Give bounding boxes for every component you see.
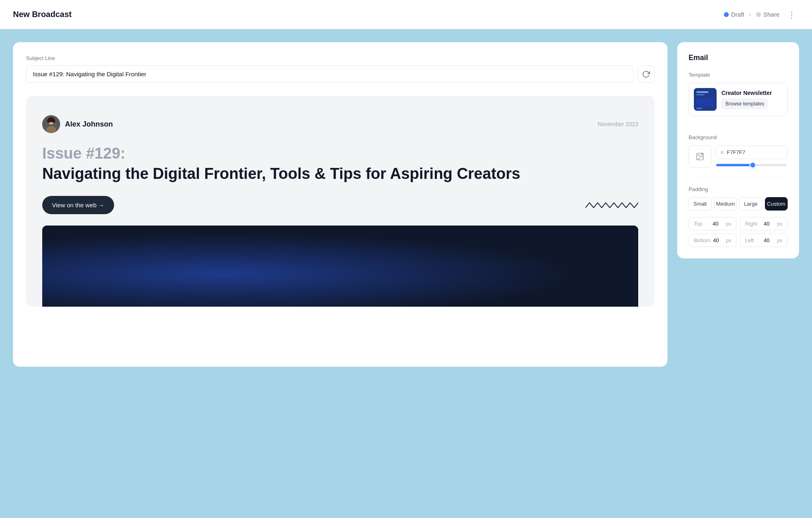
email-title-gray: Issue #129: <box>42 144 638 163</box>
bg-right-controls: # F7F7F7 <box>715 146 788 168</box>
refresh-subject-button[interactable] <box>637 66 654 83</box>
template-card: Creator Newsletter Browse templates <box>689 83 788 116</box>
padding-top-field: Top 40 px <box>689 217 736 230</box>
share-label: Share <box>763 11 780 18</box>
subject-line-label: Subject Line <box>26 55 654 61</box>
breadcrumb-chevron-icon: › <box>749 11 751 18</box>
svg-rect-27 <box>696 94 704 95</box>
padding-bottom-field: Bottom 40 px <box>689 234 736 247</box>
padding-bottom-label: Bottom <box>694 237 710 243</box>
email-header: Alex Johnson November 2023 <box>42 115 638 133</box>
svg-point-5 <box>47 119 50 123</box>
padding-medium-button[interactable]: Medium <box>714 197 737 211</box>
right-panel: Email Template Creator Newsletter Browse… <box>677 42 799 258</box>
template-name: Creator Newsletter <box>721 90 782 96</box>
email-title-black: Navigating the Digital Frontier, Tools &… <box>42 165 638 183</box>
opacity-slider-thumb[interactable] <box>749 162 756 168</box>
email-date: November 2023 <box>598 121 638 127</box>
view-on-web-button[interactable]: View on the web → <box>42 196 114 214</box>
padding-right-field: Right 40 px <box>740 217 788 230</box>
padding-left-field: Left 40 px <box>740 234 788 247</box>
more-options-button[interactable]: ⋮ <box>784 8 799 21</box>
padding-left-unit: px <box>777 238 782 243</box>
color-input-row[interactable]: # F7F7F7 <box>715 146 788 159</box>
divider-1 <box>689 126 788 126</box>
svg-rect-28 <box>696 98 714 106</box>
subject-line-row <box>26 65 654 83</box>
subject-input[interactable] <box>26 65 633 83</box>
padding-large-button[interactable]: Large <box>739 197 762 211</box>
page-title: New Broadcast <box>13 10 72 19</box>
draft-status: Draft <box>724 11 745 18</box>
padding-top-label: Top <box>694 221 710 227</box>
background-section: Background # F7F7F7 <box>689 134 788 168</box>
padding-bottom-unit: px <box>726 238 731 243</box>
padding-top-right-row: Top 40 px Right 40 px <box>689 217 788 230</box>
left-panel: Subject Line <box>13 42 667 367</box>
padding-small-button[interactable]: Small <box>689 197 712 211</box>
template-thumb-image <box>694 88 717 111</box>
refresh-icon <box>642 70 650 78</box>
svg-point-31 <box>698 155 699 156</box>
avatar <box>42 115 60 133</box>
author-name: Alex Johnson <box>65 120 113 129</box>
template-section-label: Template <box>689 72 788 78</box>
padding-fields: Top 40 px Right 40 px Bottom 40 px <box>689 217 788 247</box>
padding-section: Padding Small Medium Large Custom Top 40… <box>689 186 788 247</box>
svg-point-6 <box>52 119 55 123</box>
background-color-value: F7F7F7 <box>727 149 745 155</box>
main-content: Subject Line <box>0 29 812 518</box>
bg-controls: # F7F7F7 <box>689 145 788 168</box>
background-section-label: Background <box>689 134 788 140</box>
email-hero-image <box>42 226 638 307</box>
svg-rect-26 <box>696 91 708 93</box>
padding-top-unit: px <box>726 221 731 227</box>
avatar-image <box>42 115 60 133</box>
divider-2 <box>689 178 788 178</box>
padding-bottom-left-row: Bottom 40 px Left 40 px <box>689 234 788 247</box>
hash-symbol: # <box>721 149 723 155</box>
padding-custom-button[interactable]: Custom <box>765 197 788 211</box>
draft-dot <box>724 12 729 17</box>
padding-top-value: 40 <box>713 221 718 227</box>
draft-label: Draft <box>731 11 745 18</box>
share-dot <box>756 12 761 17</box>
zigzag-decoration <box>585 200 638 210</box>
padding-left-value: 40 <box>764 237 769 243</box>
browse-templates-button[interactable]: Browse templates <box>721 99 768 109</box>
slider-container <box>715 162 788 168</box>
share-status: Share <box>756 11 780 18</box>
title-bar: New Broadcast Draft › Share ⋮ <box>0 0 812 29</box>
author-info: Alex Johnson <box>42 115 113 133</box>
padding-right-unit: px <box>777 221 782 227</box>
padding-right-label: Right <box>745 221 761 227</box>
title-bar-actions: Draft › Share ⋮ <box>724 8 799 21</box>
right-panel-title: Email <box>689 54 788 62</box>
padding-right-value: 40 <box>764 221 769 227</box>
padding-section-label: Padding <box>689 186 788 192</box>
padding-bottom-value: 40 <box>713 237 719 243</box>
template-info: Creator Newsletter Browse templates <box>721 90 782 109</box>
padding-presets: Small Medium Large Custom <box>689 197 788 211</box>
svg-rect-29 <box>696 107 702 109</box>
image-plus-icon <box>695 152 704 161</box>
email-preview: Alex Johnson November 2023 Issue #129: N… <box>26 96 654 307</box>
padding-left-label: Left <box>745 237 761 243</box>
template-thumbnail <box>694 88 717 111</box>
opacity-slider-track[interactable] <box>716 164 787 166</box>
background-image-button[interactable] <box>689 145 711 168</box>
cta-row: View on the web → <box>42 196 638 214</box>
